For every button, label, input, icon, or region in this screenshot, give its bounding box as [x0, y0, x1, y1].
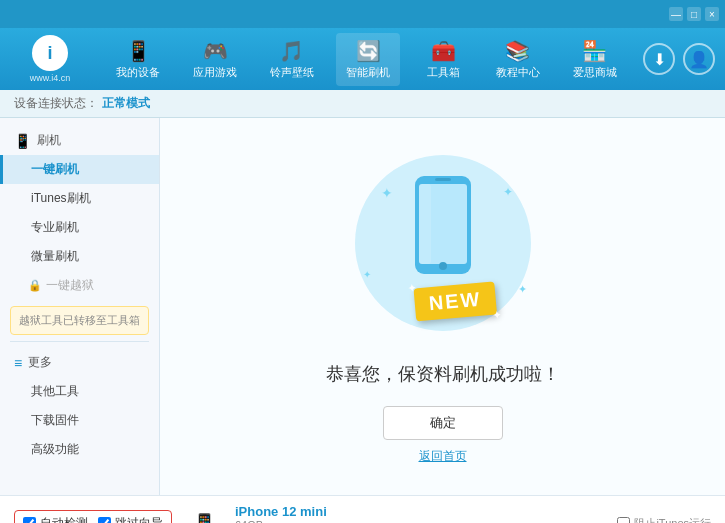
- ringtone-icon: 🎵: [279, 39, 304, 63]
- device-phone-icon: 📱: [192, 512, 217, 524]
- itunes-label[interactable]: 阻止iTunes运行: [617, 516, 711, 523]
- svg-point-7: [439, 262, 447, 270]
- minimize-btn[interactable]: —: [669, 7, 683, 21]
- svg-text:✦: ✦: [503, 185, 513, 199]
- content-area: ✦ ✦ ✦ ✦ ✦ NEW ✦: [160, 118, 725, 495]
- smart-flash-label: 智能刷机: [346, 65, 390, 80]
- sidebar-item-jailbreak-disabled: 🔒 一键越狱: [0, 271, 159, 300]
- tutorial-icon: 📚: [505, 39, 530, 63]
- sidebar-item-pro-flash[interactable]: 专业刷机: [0, 213, 159, 242]
- skip-wizard-checkbox[interactable]: [98, 517, 111, 523]
- itunes-note-label: 阻止iTunes运行: [634, 516, 711, 523]
- new-badge: ✦ NEW ✦: [413, 282, 496, 322]
- nav-items: 📱 我的设备 🎮 应用游戏 🎵 铃声壁纸 🔄 智能刷机 🧰 工具箱 📚 教程中心…: [100, 33, 633, 86]
- nav-toolbox[interactable]: 🧰 工具箱: [413, 33, 473, 86]
- sidebar-section-more: ≡ 更多: [0, 348, 159, 377]
- back-home-link[interactable]: 返回首页: [419, 448, 467, 465]
- device-info: iPhone 12 mini 64GB Down-12mini-13,1: [225, 504, 327, 523]
- sidebar-item-one-key-flash[interactable]: 一键刷机: [0, 155, 159, 184]
- sidebar-item-itunes-flash[interactable]: iTunes刷机: [0, 184, 159, 213]
- flash-section-label: 刷机: [37, 132, 61, 149]
- smart-flash-icon: 🔄: [356, 39, 381, 63]
- sidebar: 📱 刷机 一键刷机 iTunes刷机 专业刷机 微量刷机 🔒 一键越狱 越狱工具…: [0, 118, 160, 495]
- maximize-btn[interactable]: □: [687, 7, 701, 21]
- logo-icon: i: [32, 35, 68, 71]
- device-info-area: 📱 iPhone 12 mini 64GB Down-12mini-13,1: [182, 504, 327, 523]
- logo-site: www.i4.cn: [30, 73, 71, 83]
- device-name: iPhone 12 mini: [235, 504, 327, 519]
- status-bar: 设备连接状态： 正常模式: [0, 90, 725, 118]
- nav-smart-flash[interactable]: 🔄 智能刷机: [336, 33, 400, 86]
- app-game-icon: 🎮: [203, 39, 228, 63]
- sidebar-item-advanced[interactable]: 高级功能: [0, 435, 159, 464]
- confirm-button[interactable]: 确定: [383, 406, 503, 440]
- device-checkbox-area: 自动检测 跳过向导: [14, 510, 172, 523]
- app-game-label: 应用游戏: [193, 65, 237, 80]
- my-device-label: 我的设备: [116, 65, 160, 80]
- status-value: 正常模式: [102, 95, 150, 112]
- auto-detect-checkbox-label[interactable]: 自动检测: [23, 515, 88, 523]
- nav-tutorial[interactable]: 📚 教程中心: [486, 33, 550, 86]
- more-section-label: 更多: [28, 354, 52, 371]
- success-message: 恭喜您，保资料刷机成功啦！: [326, 362, 560, 386]
- store-label: 爱思商城: [573, 65, 617, 80]
- header: i www.i4.cn 📱 我的设备 🎮 应用游戏 🎵 铃声壁纸 🔄 智能刷机 …: [0, 28, 725, 90]
- svg-rect-9: [419, 184, 431, 264]
- skip-wizard-label: 跳过向导: [115, 515, 163, 523]
- lock-icon: 🔒: [28, 279, 42, 292]
- ringtone-label: 铃声壁纸: [270, 65, 314, 80]
- nav-app-game[interactable]: 🎮 应用游戏: [183, 33, 247, 86]
- close-btn[interactable]: ×: [705, 7, 719, 21]
- sidebar-divider: [10, 341, 149, 342]
- nav-right: ⬇ 👤: [643, 43, 715, 75]
- sidebar-section-flash: 📱 刷机: [0, 126, 159, 155]
- toolbox-label: 工具箱: [427, 65, 460, 80]
- sidebar-item-micro-flash[interactable]: 微量刷机: [0, 242, 159, 271]
- auto-detect-checkbox[interactable]: [23, 517, 36, 523]
- device-bar: 自动检测 跳过向导 📱 iPhone 12 mini 64GB Down-12m…: [0, 495, 725, 523]
- skip-wizard-checkbox-label[interactable]: 跳过向导: [98, 515, 163, 523]
- flash-section-icon: 📱: [14, 133, 31, 149]
- svg-text:✦: ✦: [381, 185, 393, 201]
- jailbreak-notice: 越狱工具已转移至工具箱: [10, 306, 149, 335]
- status-label: 设备连接状态：: [14, 95, 98, 112]
- user-button[interactable]: 👤: [683, 43, 715, 75]
- nav-ringtone[interactable]: 🎵 铃声壁纸: [260, 33, 324, 86]
- logo[interactable]: i www.i4.cn: [10, 34, 90, 84]
- nav-store[interactable]: 🏪 爱思商城: [563, 33, 627, 86]
- store-icon: 🏪: [582, 39, 607, 63]
- toolbox-icon: 🧰: [431, 39, 456, 63]
- success-illustration: ✦ ✦ ✦ ✦ ✦ NEW ✦: [333, 148, 553, 348]
- device-capacity: 64GB: [235, 519, 327, 523]
- svg-text:✦: ✦: [363, 269, 371, 280]
- main: 📱 刷机 一键刷机 iTunes刷机 专业刷机 微量刷机 🔒 一键越狱 越狱工具…: [0, 118, 725, 495]
- title-bar: — □ ×: [0, 0, 725, 28]
- sidebar-item-other-tools[interactable]: 其他工具: [0, 377, 159, 406]
- itunes-checkbox[interactable]: [617, 517, 630, 523]
- svg-text:✦: ✦: [518, 283, 527, 295]
- my-device-icon: 📱: [126, 39, 151, 63]
- more-section-icon: ≡: [14, 355, 22, 371]
- download-button[interactable]: ⬇: [643, 43, 675, 75]
- nav-my-device[interactable]: 📱 我的设备: [106, 33, 170, 86]
- auto-detect-label: 自动检测: [40, 515, 88, 523]
- tutorial-label: 教程中心: [496, 65, 540, 80]
- sidebar-item-download-firmware[interactable]: 下载固件: [0, 406, 159, 435]
- svg-rect-8: [435, 178, 451, 181]
